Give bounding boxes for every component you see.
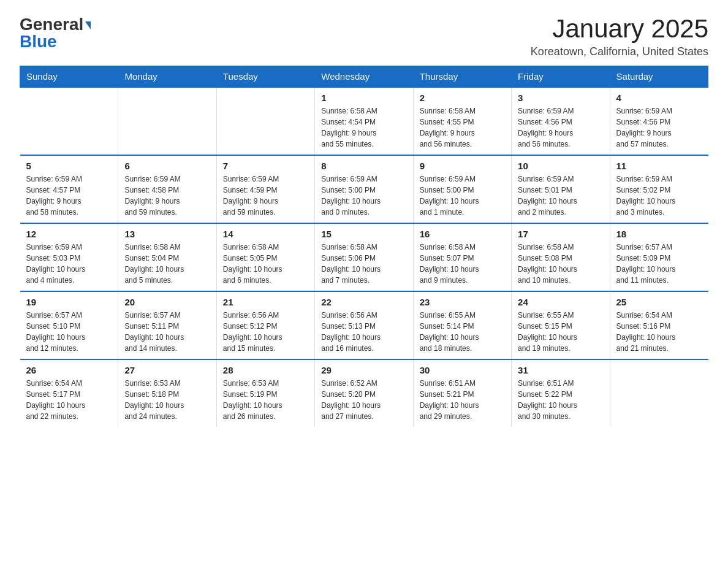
day-info: Sunrise: 6:58 AM Sunset: 5:07 PM Dayligh…	[420, 242, 505, 286]
day-info: Sunrise: 6:59 AM Sunset: 5:02 PM Dayligh…	[616, 174, 702, 218]
day-info: Sunrise: 6:58 AM Sunset: 5:06 PM Dayligh…	[321, 242, 406, 286]
day-number: 15	[321, 229, 406, 239]
calendar-day-cell	[216, 87, 314, 155]
day-number: 3	[518, 93, 603, 103]
calendar-week-row: 5Sunrise: 6:59 AM Sunset: 4:57 PM Daylig…	[20, 155, 708, 223]
day-number: 25	[616, 297, 702, 307]
calendar-day-cell: 20Sunrise: 6:57 AM Sunset: 5:11 PM Dayli…	[118, 291, 216, 359]
day-info: Sunrise: 6:59 AM Sunset: 4:57 PM Dayligh…	[26, 174, 112, 218]
calendar-day-cell: 14Sunrise: 6:58 AM Sunset: 5:05 PM Dayli…	[216, 223, 314, 291]
day-info: Sunrise: 6:59 AM Sunset: 5:03 PM Dayligh…	[26, 242, 112, 286]
day-number: 13	[124, 229, 210, 239]
day-info: Sunrise: 6:59 AM Sunset: 5:01 PM Dayligh…	[518, 174, 603, 218]
day-number: 26	[26, 365, 112, 375]
calendar-day-cell: 5Sunrise: 6:59 AM Sunset: 4:57 PM Daylig…	[20, 155, 118, 223]
day-number: 9	[420, 161, 505, 171]
day-number: 23	[420, 297, 505, 307]
calendar-day-cell: 1Sunrise: 6:58 AM Sunset: 4:54 PM Daylig…	[315, 87, 413, 155]
day-info: Sunrise: 6:56 AM Sunset: 5:12 PM Dayligh…	[223, 310, 308, 354]
calendar-day-cell: 13Sunrise: 6:58 AM Sunset: 5:04 PM Dayli…	[118, 223, 216, 291]
calendar-header: SundayMondayTuesdayWednesdayThursdayFrid…	[20, 66, 708, 88]
calendar-day-cell: 31Sunrise: 6:51 AM Sunset: 5:22 PM Dayli…	[512, 359, 610, 427]
day-info: Sunrise: 6:59 AM Sunset: 5:00 PM Dayligh…	[321, 174, 406, 218]
day-info: Sunrise: 6:58 AM Sunset: 4:55 PM Dayligh…	[420, 105, 505, 150]
day-number: 4	[616, 93, 702, 103]
calendar-day-cell: 29Sunrise: 6:52 AM Sunset: 5:20 PM Dayli…	[315, 359, 413, 427]
calendar-day-cell: 3Sunrise: 6:59 AM Sunset: 4:56 PM Daylig…	[512, 87, 610, 155]
day-number: 11	[616, 161, 702, 171]
calendar-day-cell: 21Sunrise: 6:56 AM Sunset: 5:12 PM Dayli…	[216, 291, 314, 359]
logo-arrow-icon	[85, 21, 91, 29]
calendar-day-cell	[20, 87, 118, 155]
calendar-body: 1Sunrise: 6:58 AM Sunset: 4:54 PM Daylig…	[20, 87, 708, 427]
day-of-week-header: Wednesday	[315, 66, 413, 88]
day-info: Sunrise: 6:58 AM Sunset: 5:08 PM Dayligh…	[518, 242, 603, 286]
day-number: 10	[518, 161, 603, 171]
calendar-week-row: 19Sunrise: 6:57 AM Sunset: 5:10 PM Dayli…	[20, 291, 708, 359]
day-info: Sunrise: 6:57 AM Sunset: 5:09 PM Dayligh…	[616, 242, 702, 286]
day-number: 21	[223, 297, 308, 307]
calendar-day-cell: 28Sunrise: 6:53 AM Sunset: 5:19 PM Dayli…	[216, 359, 314, 427]
day-number: 1	[321, 93, 406, 103]
day-number: 6	[124, 161, 210, 171]
page-header: General Blue January 2025 Koreatown, Cal…	[20, 15, 708, 58]
day-number: 31	[518, 365, 603, 375]
day-of-week-header: Thursday	[413, 66, 511, 88]
calendar-day-cell: 27Sunrise: 6:53 AM Sunset: 5:18 PM Dayli…	[118, 359, 216, 427]
day-of-week-header: Saturday	[610, 66, 708, 88]
days-of-week-row: SundayMondayTuesdayWednesdayThursdayFrid…	[20, 66, 708, 88]
day-number: 22	[321, 297, 406, 307]
day-info: Sunrise: 6:59 AM Sunset: 4:56 PM Dayligh…	[518, 105, 603, 150]
logo-blue-text: Blue	[20, 32, 57, 52]
day-number: 14	[223, 229, 308, 239]
calendar-day-cell: 19Sunrise: 6:57 AM Sunset: 5:10 PM Dayli…	[20, 291, 118, 359]
calendar-day-cell: 12Sunrise: 6:59 AM Sunset: 5:03 PM Dayli…	[20, 223, 118, 291]
day-number: 28	[223, 365, 308, 375]
calendar-day-cell	[610, 359, 708, 427]
calendar-day-cell: 9Sunrise: 6:59 AM Sunset: 5:00 PM Daylig…	[413, 155, 511, 223]
day-info: Sunrise: 6:53 AM Sunset: 5:19 PM Dayligh…	[223, 378, 308, 422]
day-number: 29	[321, 365, 406, 375]
calendar-day-cell: 23Sunrise: 6:55 AM Sunset: 5:14 PM Dayli…	[413, 291, 511, 359]
day-of-week-header: Friday	[512, 66, 610, 88]
day-info: Sunrise: 6:51 AM Sunset: 5:21 PM Dayligh…	[420, 378, 505, 422]
calendar-day-cell: 2Sunrise: 6:58 AM Sunset: 4:55 PM Daylig…	[413, 87, 511, 155]
day-info: Sunrise: 6:59 AM Sunset: 5:00 PM Dayligh…	[420, 174, 505, 218]
day-number: 18	[616, 229, 702, 239]
calendar-day-cell: 4Sunrise: 6:59 AM Sunset: 4:56 PM Daylig…	[610, 87, 708, 155]
day-number: 19	[26, 297, 112, 307]
calendar-week-row: 12Sunrise: 6:59 AM Sunset: 5:03 PM Dayli…	[20, 223, 708, 291]
day-of-week-header: Tuesday	[216, 66, 314, 88]
calendar-table: SundayMondayTuesdayWednesdayThursdayFrid…	[20, 66, 708, 427]
calendar-day-cell: 24Sunrise: 6:55 AM Sunset: 5:15 PM Dayli…	[512, 291, 610, 359]
day-info: Sunrise: 6:58 AM Sunset: 4:54 PM Dayligh…	[321, 105, 406, 150]
logo: General Blue	[20, 15, 91, 52]
calendar-day-cell: 25Sunrise: 6:54 AM Sunset: 5:16 PM Dayli…	[610, 291, 708, 359]
day-info: Sunrise: 6:57 AM Sunset: 5:10 PM Dayligh…	[26, 310, 112, 354]
calendar-day-cell: 11Sunrise: 6:59 AM Sunset: 5:02 PM Dayli…	[610, 155, 708, 223]
calendar-day-cell: 8Sunrise: 6:59 AM Sunset: 5:00 PM Daylig…	[315, 155, 413, 223]
day-info: Sunrise: 6:57 AM Sunset: 5:11 PM Dayligh…	[124, 310, 210, 354]
day-info: Sunrise: 6:55 AM Sunset: 5:15 PM Dayligh…	[518, 310, 603, 354]
day-info: Sunrise: 6:58 AM Sunset: 5:04 PM Dayligh…	[124, 242, 210, 286]
day-number: 5	[26, 161, 112, 171]
calendar-day-cell: 16Sunrise: 6:58 AM Sunset: 5:07 PM Dayli…	[413, 223, 511, 291]
day-number: 12	[26, 229, 112, 239]
day-number: 2	[420, 93, 505, 103]
day-info: Sunrise: 6:59 AM Sunset: 4:58 PM Dayligh…	[124, 174, 210, 218]
calendar-day-cell: 7Sunrise: 6:59 AM Sunset: 4:59 PM Daylig…	[216, 155, 314, 223]
day-number: 24	[518, 297, 603, 307]
calendar-day-cell: 6Sunrise: 6:59 AM Sunset: 4:58 PM Daylig…	[118, 155, 216, 223]
day-info: Sunrise: 6:51 AM Sunset: 5:22 PM Dayligh…	[518, 378, 603, 422]
calendar-day-cell: 26Sunrise: 6:54 AM Sunset: 5:17 PM Dayli…	[20, 359, 118, 427]
calendar-day-cell: 30Sunrise: 6:51 AM Sunset: 5:21 PM Dayli…	[413, 359, 511, 427]
day-of-week-header: Monday	[118, 66, 216, 88]
day-info: Sunrise: 6:53 AM Sunset: 5:18 PM Dayligh…	[124, 378, 210, 422]
day-info: Sunrise: 6:56 AM Sunset: 5:13 PM Dayligh…	[321, 310, 406, 354]
calendar-day-cell: 10Sunrise: 6:59 AM Sunset: 5:01 PM Dayli…	[512, 155, 610, 223]
day-info: Sunrise: 6:58 AM Sunset: 5:05 PM Dayligh…	[223, 242, 308, 286]
location-subtitle: Koreatown, California, United States	[531, 45, 708, 58]
calendar-day-cell: 22Sunrise: 6:56 AM Sunset: 5:13 PM Dayli…	[315, 291, 413, 359]
calendar-day-cell: 18Sunrise: 6:57 AM Sunset: 5:09 PM Dayli…	[610, 223, 708, 291]
day-info: Sunrise: 6:55 AM Sunset: 5:14 PM Dayligh…	[420, 310, 505, 354]
